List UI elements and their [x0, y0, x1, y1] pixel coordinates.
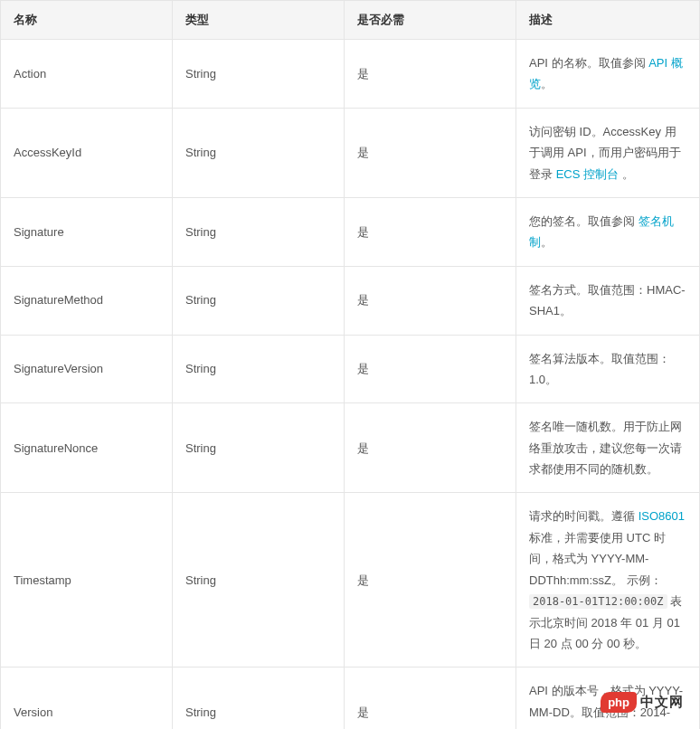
- table-row: SignatureMethodString是签名方式。取值范围：HMAC-SHA…: [1, 266, 700, 335]
- cell-name: SignatureMethod: [1, 266, 173, 335]
- cell-name: SignatureNonce: [1, 403, 173, 493]
- cell-name: Signature: [1, 197, 173, 266]
- col-name: 名称: [1, 1, 173, 40]
- col-desc: 描述: [516, 1, 700, 40]
- cell-required: 是: [345, 197, 516, 266]
- cell-type: String: [173, 108, 345, 197]
- cell-required: 是: [345, 266, 516, 335]
- cell-type: String: [173, 197, 345, 266]
- cell-type: String: [173, 40, 345, 109]
- cell-required: 是: [345, 335, 516, 403]
- cell-desc: 请求的时间戳。遵循 ISO8601 标准，并需要使用 UTC 时间，格式为 YY…: [516, 493, 700, 667]
- table-row: TimestampString是请求的时间戳。遵循 ISO8601 标准，并需要…: [1, 493, 700, 667]
- cell-name: Timestamp: [1, 493, 173, 667]
- cell-required: 是: [345, 403, 516, 493]
- col-type: 类型: [173, 1, 345, 40]
- cell-required: 是: [345, 108, 516, 197]
- cell-desc: API 的名称。取值参阅 API 概览。: [516, 40, 700, 109]
- cell-name: SignatureVersion: [1, 335, 173, 403]
- table-row: SignatureString是您的签名。取值参阅 签名机制。: [1, 197, 700, 266]
- cell-desc: 签名唯一随机数。用于防止网络重放攻击，建议您每一次请求都使用不同的随机数。: [516, 403, 700, 493]
- cell-desc: 访问密钥 ID。AccessKey 用于调用 API，而用户密码用于登录 ECS…: [516, 108, 700, 197]
- cell-type: String: [173, 266, 345, 335]
- cell-type: String: [173, 335, 345, 403]
- cell-type: String: [173, 493, 345, 667]
- desc-link[interactable]: API 概览: [529, 56, 683, 90]
- table-header-row: 名称 类型 是否必需 描述: [1, 1, 700, 40]
- desc-link[interactable]: 签名机制: [529, 214, 674, 249]
- cell-required: 是: [345, 667, 516, 729]
- site-logo: php 中文网: [601, 692, 684, 713]
- cell-type: String: [173, 403, 345, 493]
- params-table: 名称 类型 是否必需 描述 ActionString是API 的名称。取值参阅 …: [0, 0, 700, 729]
- logo-text: 中文网: [640, 694, 684, 711]
- cell-type: String: [173, 667, 345, 729]
- cell-name: Action: [1, 40, 173, 109]
- cell-required: 是: [345, 493, 516, 667]
- cell-desc: 您的签名。取值参阅 签名机制。: [516, 197, 700, 266]
- table-row: SignatureNonceString是签名唯一随机数。用于防止网络重放攻击，…: [1, 403, 700, 493]
- table-row: AccessKeyIdString是访问密钥 ID。AccessKey 用于调用…: [1, 108, 700, 197]
- desc-link[interactable]: ECS 控制台: [556, 167, 619, 181]
- table-row: VersionString是API 的版本号，格式为 YYYY-MM-DD。取值…: [1, 667, 700, 729]
- cell-name: AccessKeyId: [1, 108, 173, 197]
- table-row: ActionString是API 的名称。取值参阅 API 概览。: [1, 40, 700, 109]
- cell-name: Version: [1, 667, 173, 729]
- inline-code: 2018-01-01T12:00:00Z: [529, 594, 667, 609]
- logo-badge: php: [601, 692, 637, 713]
- table-row: SignatureVersionString是签名算法版本。取值范围：1.0。: [1, 335, 700, 403]
- cell-desc: 签名方式。取值范围：HMAC-SHA1。: [516, 266, 700, 335]
- cell-desc: 签名算法版本。取值范围：1.0。: [516, 335, 700, 403]
- desc-link[interactable]: ISO8601: [639, 509, 685, 523]
- col-required: 是否必需: [345, 1, 516, 40]
- cell-required: 是: [345, 40, 516, 109]
